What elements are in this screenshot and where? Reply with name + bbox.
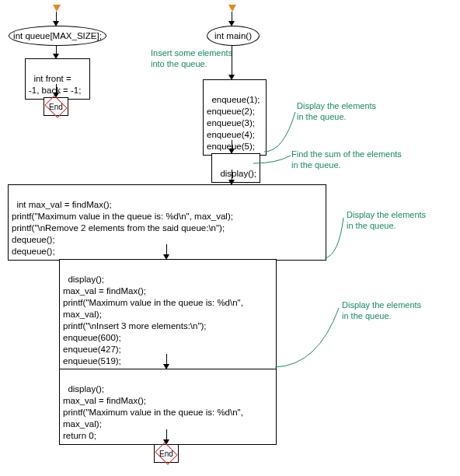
annot-line-2 (253, 154, 292, 170)
display-box-1-text: display(); (220, 169, 256, 178)
end-left-text: End (44, 98, 68, 115)
decl-ellipse-text: int queue[MAX_SIZE]; (13, 31, 102, 40)
main-ellipse: int main() (207, 26, 260, 46)
enqueue-box-text: enqueue(1); enqueue(2); enqueue(3); enqu… (207, 95, 260, 151)
annot-line-1 (264, 109, 298, 152)
annot-line-4 (275, 305, 342, 369)
findmax-box-2: display(); max_val = findMax(); printf("… (59, 259, 277, 369)
entry-arrow-left (53, 5, 61, 12)
entry-arrow-right (228, 5, 236, 12)
findmax-box-3: display(); max_val = findMax(); printf("… (59, 369, 277, 445)
annot-display-1: Display the elements in the queue. (297, 101, 376, 123)
annot-line-3 (325, 216, 347, 260)
end-right-text: End (155, 445, 178, 462)
line (232, 45, 232, 76)
decl-ellipse: int queue[MAX_SIZE]; (9, 26, 106, 46)
findmax-box-1-text: int max_val = findMax(); printf("Maximum… (12, 200, 233, 256)
end-right: End (154, 444, 179, 463)
enqueue-box: enqueue(1); enqueue(2); enqueue(3); enqu… (203, 79, 267, 156)
annot-insert: Insert some elements into the queue. (151, 48, 232, 70)
main-ellipse-text: int main() (214, 31, 252, 40)
end-left: End (44, 97, 68, 116)
annot-display-2: Display the elements in the queue. (347, 210, 426, 232)
findmax-box-2-text: display(); max_val = findMax(); printf("… (63, 275, 246, 366)
findmax-box-1: int max_val = findMax(); printf("Maximum… (8, 184, 326, 261)
findmax-box-3-text: display(); max_val = findMax(); printf("… (63, 384, 246, 440)
decl-box-text: int front = -1, back = -1; (29, 74, 81, 95)
annot-sum: Find the sum of the elements in the queu… (291, 149, 402, 171)
annot-display-3: Display the elements in the queue. (342, 300, 421, 322)
